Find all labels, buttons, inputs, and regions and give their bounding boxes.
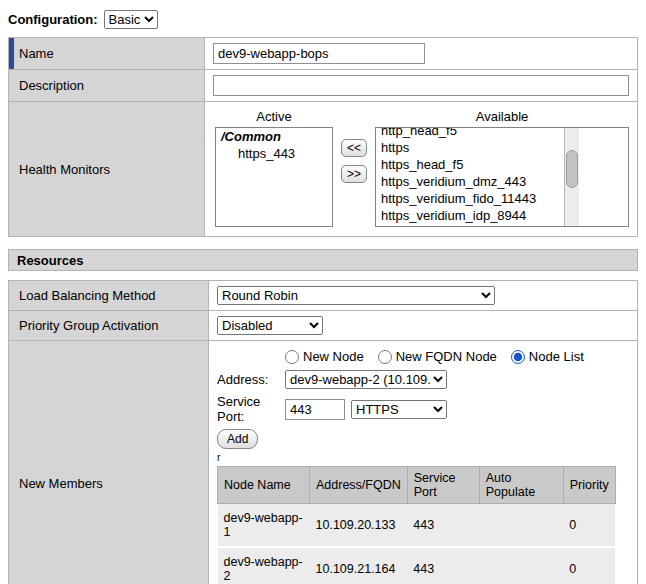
- column-header-priority: Priority: [563, 467, 615, 504]
- available-list-scrollbar[interactable]: [564, 128, 579, 226]
- priority-group-row: Priority Group Activation Disabled: [9, 311, 638, 341]
- configuration-select[interactable]: Basic: [104, 10, 158, 29]
- priority-group-select[interactable]: Disabled: [217, 316, 323, 335]
- address-select[interactable]: dev9-webapp-2 (10.109.21.164): [285, 370, 447, 389]
- members-table: Node Name Address/FQDN Service Port Auto…: [217, 466, 616, 584]
- available-monitor-item[interactable]: https: [376, 139, 564, 156]
- address-label: Address:: [217, 372, 285, 387]
- member-address: 10.109.21.164: [310, 547, 408, 584]
- health-monitors-label: Health Monitors: [19, 162, 110, 177]
- node-list-radio-label: Node List: [529, 349, 584, 364]
- member-priority: 0: [563, 504, 615, 548]
- pool-configuration-page: Configuration: Basic Name Description: [0, 0, 646, 584]
- members-header-row: Node Name Address/FQDN Service Port Auto…: [218, 467, 616, 504]
- address-field-row: Address: dev9-webapp-2 (10.109.21.164): [217, 370, 629, 389]
- new-fqdn-node-radio-label: New FQDN Node: [396, 349, 497, 364]
- active-monitor-item[interactable]: https_443: [216, 145, 332, 162]
- load-balancing-select[interactable]: Round Robin: [217, 286, 495, 305]
- load-balancing-row: Load Balancing Method Round Robin: [9, 281, 638, 311]
- member-node-name: dev9-webapp-1: [218, 504, 310, 548]
- general-properties-table: Name Description Health Monitors Active: [8, 37, 638, 237]
- service-type-select[interactable]: HTTPS: [351, 400, 447, 419]
- member-service-port: 443: [407, 547, 479, 584]
- resources-table: Load Balancing Method Round Robin Priori…: [8, 280, 638, 584]
- active-monitors-list[interactable]: /Common https_443: [215, 127, 333, 227]
- new-node-radio-label: New Node: [303, 349, 364, 364]
- health-monitors-row: Health Monitors Active /Common https_443…: [9, 102, 638, 237]
- member-priority: 0: [563, 547, 615, 584]
- member-auto-populate: [479, 504, 563, 548]
- column-header-node-name: Node Name: [218, 467, 310, 504]
- service-port-label: Service Port:: [217, 394, 285, 424]
- available-monitors-list[interactable]: http_head_f5 https https_head_f5 https_v…: [376, 128, 564, 226]
- monitor-partition-group: /Common: [216, 128, 332, 145]
- available-monitor-item[interactable]: https_head_f5: [376, 156, 564, 173]
- member-type-radio-group: New Node New FQDN Node Node List: [285, 349, 629, 364]
- new-members-row: New Members New Node New FQDN Node Node …: [9, 341, 638, 584]
- name-label: Name: [19, 46, 54, 61]
- available-monitor-item[interactable]: https_veridium_dmz_443: [376, 173, 564, 190]
- member-row[interactable]: dev9-webapp-1 10.109.20.133 443 0: [218, 504, 616, 548]
- new-fqdn-node-radio[interactable]: [378, 350, 392, 364]
- required-indicator: [9, 38, 14, 69]
- available-monitor-item[interactable]: https_veridium_idp_8944: [376, 207, 564, 224]
- member-row[interactable]: dev9-webapp-2 10.109.21.164 443 0: [218, 547, 616, 584]
- new-members-label: New Members: [19, 476, 103, 491]
- name-row: Name: [9, 38, 638, 70]
- add-member-button[interactable]: Add: [217, 429, 258, 449]
- load-balancing-label: Load Balancing Method: [19, 288, 156, 303]
- members-table-caption: r: [217, 453, 629, 463]
- member-address: 10.109.20.133: [310, 504, 408, 548]
- configuration-label: Configuration:: [8, 12, 98, 27]
- member-service-port: 443: [407, 504, 479, 548]
- description-row: Description: [9, 70, 638, 102]
- active-list-title: Active: [215, 109, 333, 127]
- scrollbar-thumb[interactable]: [566, 150, 578, 188]
- radio-node-list[interactable]: Node List: [511, 349, 584, 364]
- member-node-name: dev9-webapp-2: [218, 547, 310, 584]
- available-list-title: Available: [375, 109, 629, 127]
- priority-group-label: Priority Group Activation: [19, 318, 158, 333]
- resources-section-header: Resources: [8, 249, 638, 271]
- radio-new-fqdn-node[interactable]: New FQDN Node: [378, 349, 497, 364]
- service-port-input[interactable]: [285, 399, 345, 420]
- radio-new-node[interactable]: New Node: [285, 349, 364, 364]
- node-list-radio[interactable]: [511, 350, 525, 364]
- service-port-field-row: Service Port: HTTPS: [217, 394, 629, 424]
- move-to-active-button[interactable]: <<: [341, 139, 367, 157]
- new-node-radio[interactable]: [285, 350, 299, 364]
- column-header-address: Address/FQDN: [310, 467, 408, 504]
- name-input[interactable]: [213, 43, 425, 64]
- available-monitor-item[interactable]: https_veridium_fido_11443: [376, 190, 564, 207]
- column-header-auto-populate: Auto Populate: [479, 467, 563, 504]
- description-label: Description: [19, 78, 84, 93]
- column-header-service-port: Service Port: [407, 467, 479, 504]
- description-input[interactable]: [213, 75, 629, 96]
- member-auto-populate: [479, 547, 563, 584]
- available-monitor-item[interactable]: http_head_f5: [376, 128, 564, 139]
- configuration-row: Configuration: Basic: [8, 10, 638, 29]
- move-to-available-button[interactable]: >>: [341, 165, 367, 183]
